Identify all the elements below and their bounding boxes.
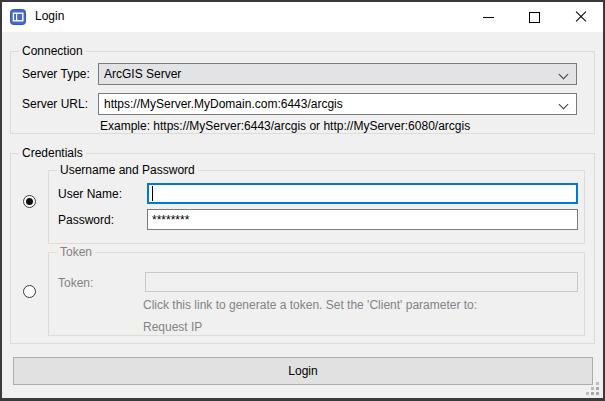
minimize-icon — [483, 17, 494, 18]
username-password-group-label: Username and Password — [57, 164, 198, 177]
password-label: Password: — [58, 213, 114, 228]
user-name-input[interactable] — [147, 183, 578, 204]
chevron-down-icon — [559, 70, 569, 80]
server-type-value: ArcGIS Server — [104, 67, 181, 81]
token-group-label: Token — [57, 246, 95, 259]
server-url-label: Server URL: — [22, 97, 88, 112]
request-ip-link[interactable]: Request IP — [143, 320, 202, 335]
token-label: Token: — [58, 276, 93, 291]
login-button[interactable]: Login — [13, 357, 593, 385]
titlebar[interactable]: Login — [2, 2, 603, 32]
chevron-down-icon — [559, 100, 569, 110]
password-input[interactable] — [147, 209, 578, 230]
app-icon — [10, 9, 26, 25]
credentials-group-label: Credentials — [19, 147, 86, 160]
window-title: Login — [35, 2, 64, 31]
login-button-label: Login — [288, 364, 317, 378]
token-radio[interactable] — [23, 285, 36, 298]
close-button[interactable] — [557, 2, 603, 32]
text-caret — [152, 186, 153, 201]
connection-group-label: Connection — [19, 45, 86, 58]
user-name-label: User Name: — [58, 187, 122, 202]
resize-grip-icon[interactable] — [586, 382, 600, 396]
maximize-button[interactable] — [511, 2, 557, 32]
token-group: Token — [48, 252, 585, 336]
minimize-button[interactable] — [465, 2, 511, 32]
login-dialog: Login Connection Server Type: ArcGIS Ser… — [0, 0, 605, 401]
server-url-value: https://MyServer.MyDomain.com:6443/arcgi… — [104, 97, 343, 111]
username-password-radio[interactable] — [23, 195, 36, 208]
username-password-group: Username and Password — [48, 170, 585, 244]
server-type-combobox[interactable]: ArcGIS Server — [98, 63, 577, 85]
server-url-combobox[interactable]: https://MyServer.MyDomain.com:6443/arcgi… — [98, 93, 577, 115]
maximize-icon — [529, 12, 540, 23]
token-hint: Click this link to generate a token. Set… — [143, 298, 477, 313]
server-type-label: Server Type: — [22, 67, 90, 82]
server-url-example: Example: https://MyServer:6443/arcgis or… — [100, 119, 470, 134]
token-input — [145, 272, 578, 292]
